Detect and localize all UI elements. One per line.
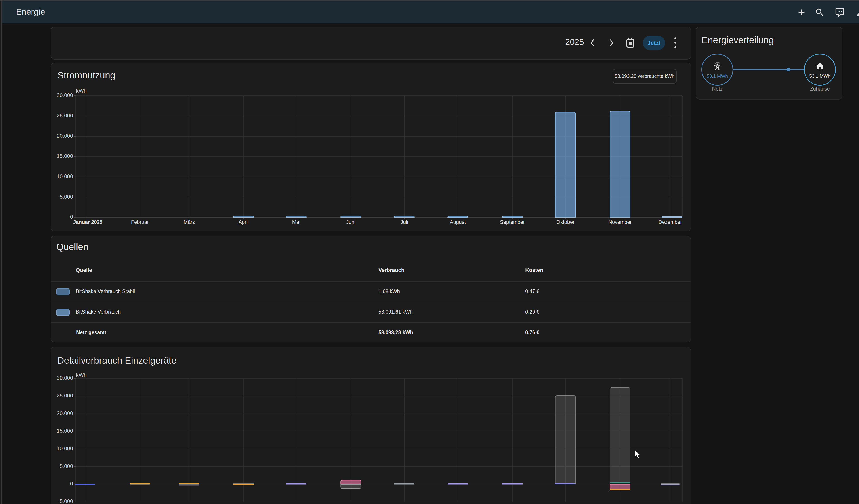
svg-text:5.000: 5.000 (60, 194, 73, 200)
svg-text:20.000: 20.000 (57, 133, 73, 139)
svg-text:kWh: kWh (76, 88, 87, 94)
svg-text:April: April (239, 219, 249, 225)
svg-text:-5.000: -5.000 (58, 498, 73, 504)
svg-text:Januar 2025: Januar 2025 (73, 219, 103, 225)
svg-text:20.000: 20.000 (57, 410, 73, 416)
svg-text:Juni: Juni (346, 219, 356, 225)
svg-text:Februar: Februar (131, 219, 149, 225)
svg-text:November: November (608, 219, 632, 225)
svg-text:5.000: 5.000 (60, 463, 73, 469)
svg-text:0: 0 (70, 480, 73, 487)
svg-text:kWh: kWh (76, 372, 87, 378)
svg-text:30.000: 30.000 (57, 92, 73, 98)
svg-text:10.000: 10.000 (57, 445, 73, 452)
svg-text:25.000: 25.000 (57, 112, 73, 119)
svg-text:August: August (450, 219, 466, 225)
svg-text:Dezember: Dezember (659, 219, 682, 225)
svg-text:September: September (500, 219, 525, 225)
svg-text:25.000: 25.000 (57, 393, 73, 399)
svg-text:Juli: Juli (401, 219, 408, 225)
svg-text:Oktober: Oktober (556, 219, 574, 225)
svg-text:Mai: Mai (292, 219, 300, 225)
svg-text:0: 0 (70, 214, 73, 220)
svg-text:15.000: 15.000 (57, 153, 73, 159)
svg-text:März: März (183, 219, 195, 225)
svg-text:15.000: 15.000 (57, 428, 73, 434)
svg-text:10.000: 10.000 (57, 173, 73, 179)
svg-text:30.000: 30.000 (57, 375, 73, 381)
